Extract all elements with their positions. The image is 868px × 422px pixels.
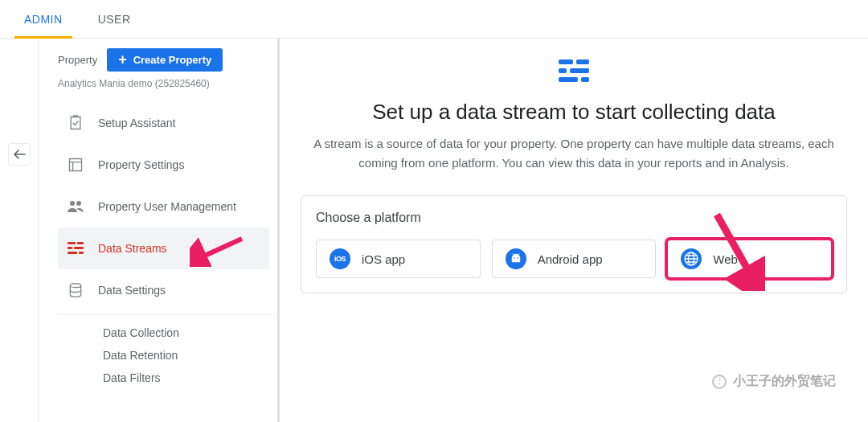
data-stream-icon (66, 242, 85, 255)
wechat-icon: ⋮ (712, 375, 727, 389)
back-arrow-icon (13, 150, 26, 159)
sidebar-item-data-settings[interactable]: Data Settings (58, 269, 269, 311)
svg-rect-9 (559, 59, 573, 64)
platform-label: Web (713, 252, 738, 266)
tab-user[interactable]: USER (80, 0, 149, 39)
sidebar-subitem-data-retention[interactable]: Data Retention (103, 344, 274, 367)
back-rail (0, 39, 39, 422)
svg-point-8 (70, 284, 80, 288)
svg-rect-11 (559, 68, 567, 73)
page-title: Set up a data stream to start collecting… (372, 100, 776, 125)
clipboard-check-icon (66, 115, 85, 131)
sidebar-item-label: Property User Management (98, 200, 236, 213)
svg-point-16 (514, 257, 515, 259)
ios-icon: iOS (330, 248, 350, 269)
page-description: A stream is a source of data for your pr… (309, 134, 839, 173)
choose-platform-label: Choose a platform (316, 211, 832, 225)
top-tabs: ADMIN USER (0, 0, 868, 39)
create-property-label: Create Property (133, 54, 212, 66)
svg-rect-6 (68, 252, 77, 254)
sidebar-item-label: Data Streams (98, 242, 167, 255)
data-stream-hero-icon (557, 58, 591, 84)
watermark: ⋮ 小王子的外贸笔记 (712, 373, 836, 390)
svg-point-17 (517, 257, 518, 259)
android-icon (506, 248, 526, 269)
watermark-text: 小王子的外贸笔记 (733, 373, 836, 390)
svg-point-1 (76, 201, 81, 206)
svg-rect-12 (570, 68, 589, 73)
sidebar-item-setup-assistant[interactable]: Setup Assistant (58, 102, 269, 144)
people-icon (66, 200, 85, 213)
database-icon (66, 282, 85, 298)
svg-rect-3 (77, 242, 84, 244)
globe-icon (681, 248, 702, 269)
create-property-button[interactable]: + Create Property (107, 48, 223, 72)
property-sidebar: Property + Create Property Analytics Man… (39, 39, 280, 422)
platform-card-android[interactable]: Android app (492, 240, 657, 278)
sidebar-item-property-settings[interactable]: Property Settings (58, 144, 269, 186)
svg-rect-14 (581, 77, 589, 82)
svg-rect-2 (68, 242, 76, 244)
svg-rect-5 (74, 247, 84, 249)
platform-panel: Choose a platform iOS iOS app Android ap… (301, 195, 847, 293)
platform-card-web[interactable]: Web (667, 240, 832, 278)
sidebar-item-property-user-management[interactable]: Property User Management (58, 186, 269, 227)
sidebar-item-label: Property Settings (98, 158, 184, 171)
sidebar-subitem-data-filters[interactable]: Data Filters (103, 367, 274, 389)
plus-icon: + (118, 55, 127, 64)
svg-rect-13 (559, 77, 578, 82)
svg-point-0 (70, 201, 75, 206)
property-label: Property (58, 54, 97, 66)
platform-label: Android app (538, 252, 603, 266)
svg-rect-4 (68, 247, 72, 249)
back-button[interactable] (8, 143, 31, 166)
sidebar-item-label: Data Settings (98, 284, 166, 297)
platform-card-ios[interactable]: iOS iOS app (316, 240, 481, 278)
layout-icon (66, 157, 85, 173)
sidebar-item-data-streams[interactable]: Data Streams (58, 227, 269, 269)
svg-rect-7 (79, 252, 84, 254)
svg-rect-10 (576, 59, 589, 64)
sidebar-subitem-data-collection[interactable]: Data Collection (103, 322, 274, 344)
main-panel: Set up a data stream to start collecting… (280, 39, 868, 422)
tab-admin[interactable]: ADMIN (6, 0, 80, 39)
property-name: Analytics Mania demo (252825460) (58, 78, 274, 89)
platform-label: iOS app (362, 252, 405, 266)
sidebar-item-label: Setup Assistant (98, 117, 176, 129)
